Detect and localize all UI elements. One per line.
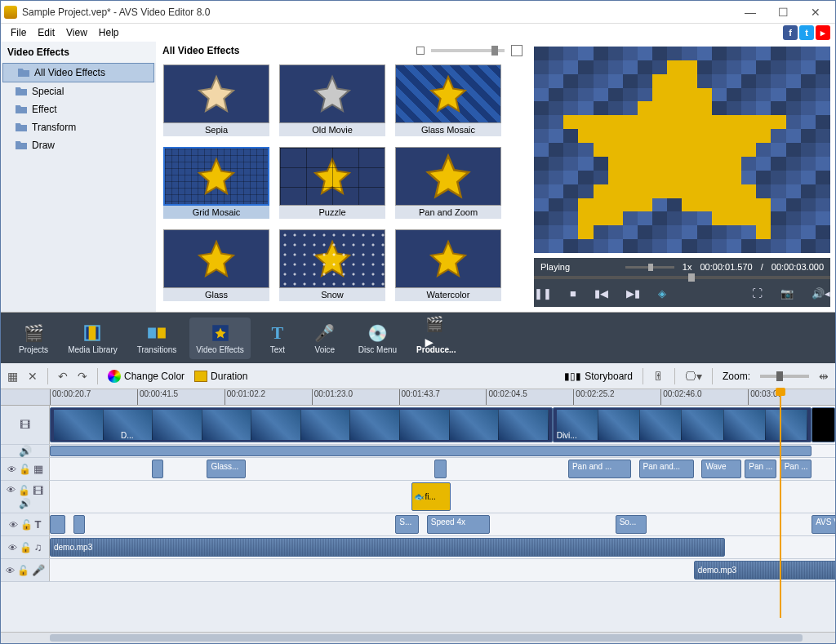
toolbar-transitions[interactable]: Transitions	[131, 318, 184, 359]
duration-button[interactable]: Duration	[194, 371, 247, 382]
text-clip[interactable]: AVS Vid...	[812, 515, 835, 534]
text-clip[interactable]	[73, 515, 85, 534]
track-body-video[interactable]: D... Divi...	[50, 406, 835, 444]
effect-snow[interactable]: Snow	[277, 229, 388, 307]
effect-clip[interactable]: Pan ...	[780, 460, 812, 478]
toolbar-media-library[interactable]: Media Library	[61, 318, 124, 359]
marker-button[interactable]: ◈	[658, 287, 666, 300]
track-body-video-audio[interactable]	[50, 445, 835, 457]
monitor-icon[interactable]: 🖵▾	[685, 370, 702, 383]
track-body-effects[interactable]: Glass...Pan and ...Pan and...WavePan ...…	[50, 458, 835, 480]
track-head-video[interactable]: 🎞	[1, 406, 50, 444]
playhead[interactable]	[780, 389, 781, 618]
thumb-size-slider[interactable]	[431, 49, 505, 52]
effect-clip[interactable]: Wave	[701, 460, 740, 478]
effect-clip[interactable]: Pan and ...	[568, 460, 631, 478]
toolbar-produce[interactable]: 🎬▸Produce...	[410, 318, 462, 359]
fit-zoom-icon[interactable]: ⇹	[819, 370, 829, 383]
lock-icon[interactable]: 🔓	[19, 464, 31, 475]
timeline-ruler[interactable]: 00:00:20.700:00:41.500:01:02.200:01:23.0…	[1, 389, 835, 406]
snapshot-button[interactable]: 📷	[780, 287, 794, 300]
text-clip[interactable]	[50, 515, 65, 534]
stop-button[interactable]: ■	[570, 287, 576, 300]
change-color-button[interactable]: Change Color	[108, 370, 185, 383]
redo-icon[interactable]: ↷	[78, 370, 87, 383]
toolbar-projects[interactable]: 🎬Projects	[12, 318, 55, 359]
effect-clip[interactable]: Glass...	[207, 460, 246, 478]
audio-mixer-icon[interactable]: 🎚	[653, 370, 665, 383]
track-body-text[interactable]: S...Speed 4xSo...AVS Vid...	[50, 513, 835, 535]
effect-clip[interactable]	[152, 460, 163, 478]
toolbar-text[interactable]: TText	[257, 318, 298, 359]
video-clip-black[interactable]	[812, 407, 835, 442]
category-effect[interactable]: Effect	[1, 100, 156, 118]
close-button[interactable]: ✕	[799, 2, 832, 22]
timeline-scrollbar[interactable]	[1, 632, 835, 643]
effect-clip[interactable]	[434, 460, 446, 478]
text-clip[interactable]: S...	[395, 515, 419, 534]
eye-icon[interactable]: 👁	[6, 566, 15, 575]
undo-icon[interactable]: ↶	[58, 370, 68, 383]
toolbar-video-effects[interactable]: Video Effects	[189, 318, 251, 359]
eye-icon[interactable]: 👁	[7, 464, 16, 474]
volume-button[interactable]: 🔊◂	[812, 287, 830, 300]
minimize-button[interactable]: —	[734, 2, 767, 22]
effect-sepia[interactable]: Sepia	[161, 64, 272, 142]
youtube-icon[interactable]: ▸	[816, 25, 830, 40]
thumb-small-icon[interactable]	[416, 47, 425, 55]
track-head-effects[interactable]: 👁🔓▦	[1, 458, 50, 480]
effect-glass-mosaic[interactable]: Glass Mosaic	[393, 64, 504, 142]
speed-slider[interactable]	[625, 266, 674, 269]
effect-pan-and-zoom[interactable]: Pan and Zoom	[393, 147, 504, 224]
track-body-overlay[interactable]: 🐟fi...	[50, 481, 835, 513]
audio-waveform[interactable]	[50, 446, 812, 456]
menu-edit[interactable]: Edit	[33, 25, 60, 40]
fx-apply-icon[interactable]: ▦	[7, 370, 18, 383]
pause-button[interactable]: ❚❚	[534, 287, 552, 300]
effect-clip[interactable]: Pan and...	[639, 460, 694, 478]
effect-grid-mosaic[interactable]: Grid Mosaic	[161, 147, 272, 224]
next-frame-button[interactable]: ▶▮	[626, 287, 640, 300]
track-head-voice[interactable]: 👁🔓🎤	[1, 559, 50, 581]
toolbar-disc-menu[interactable]: 💿Disc Menu	[352, 318, 403, 359]
category-all-video-effects[interactable]: All Video Effects	[2, 63, 154, 82]
preview-scrubber[interactable]	[534, 276, 830, 279]
category-special[interactable]: Special	[1, 82, 156, 100]
menu-help[interactable]: Help	[94, 25, 124, 40]
lock-icon[interactable]: 🔓	[20, 519, 33, 531]
thumb-large-icon[interactable]	[511, 45, 522, 56]
video-clip[interactable]: D...	[50, 407, 553, 442]
lock-icon[interactable]: 🔓	[20, 542, 32, 553]
eye-icon[interactable]: 👁	[8, 543, 17, 553]
maximize-button[interactable]: ☐	[767, 2, 799, 22]
text-clip[interactable]: So...	[616, 515, 647, 534]
effect-glass[interactable]: Glass	[161, 229, 272, 307]
preview-viewport[interactable]	[534, 47, 830, 253]
lock-icon[interactable]: 🔓	[17, 565, 29, 576]
eye-icon[interactable]: 👁	[9, 520, 18, 530]
eye-icon[interactable]: 👁	[7, 485, 16, 497]
category-draw[interactable]: Draw	[1, 136, 156, 154]
toolbar-voice[interactable]: 🎤Voice	[305, 318, 345, 359]
effect-clip[interactable]: Pan ...	[745, 460, 776, 478]
audio-clip[interactable]: demo.mp3	[50, 538, 725, 557]
effect-old-movie[interactable]: Old Movie	[277, 64, 388, 142]
fullscreen-button[interactable]: ⛶	[752, 287, 763, 300]
overlay-clip[interactable]: 🐟fi...	[411, 482, 451, 511]
track-body-voice[interactable]: demo.mp3	[50, 559, 835, 581]
text-clip[interactable]: Speed 4x	[427, 515, 490, 534]
track-head-music[interactable]: 👁🔓♫	[1, 536, 50, 558]
lock-icon[interactable]: 🔓	[18, 485, 30, 497]
effect-puzzle[interactable]: Puzzle	[277, 147, 388, 224]
category-transform[interactable]: Transform	[1, 118, 156, 136]
track-head-video-audio[interactable]: 🔊	[1, 445, 50, 457]
prev-frame-button[interactable]: ▮◀	[594, 287, 608, 300]
audio-clip[interactable]: demo.mp3	[694, 561, 835, 580]
effect-watercolor[interactable]: Watercolor	[393, 229, 504, 307]
zoom-slider[interactable]	[760, 375, 809, 378]
twitter-icon[interactable]: t	[799, 25, 814, 40]
track-body-music[interactable]: demo.mp3	[50, 536, 835, 558]
menu-view[interactable]: View	[61, 25, 92, 40]
video-clip[interactable]: Divi...	[553, 407, 812, 442]
delete-icon[interactable]: ✕	[28, 370, 38, 383]
